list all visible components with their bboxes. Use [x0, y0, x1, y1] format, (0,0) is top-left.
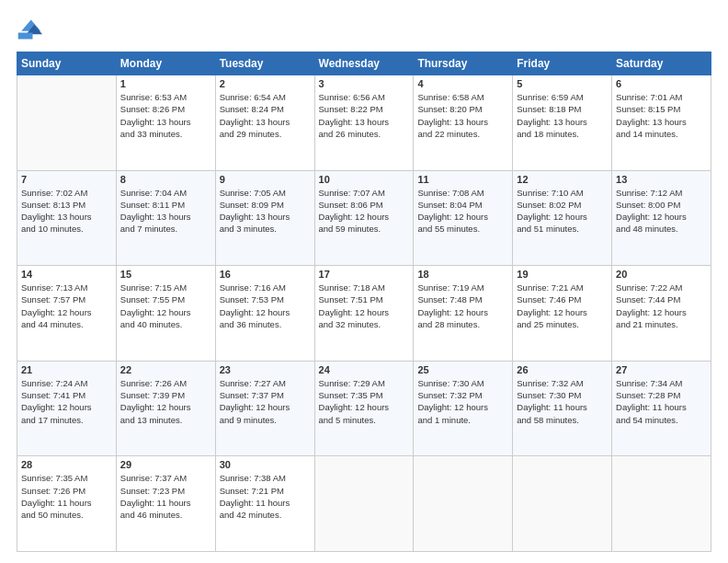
- day-cell: 23Sunrise: 7:27 AM Sunset: 7:37 PM Dayli…: [215, 361, 314, 456]
- day-cell: 26Sunrise: 7:32 AM Sunset: 7:30 PM Dayli…: [513, 361, 612, 456]
- day-cell: 1Sunrise: 6:53 AM Sunset: 8:26 PM Daylig…: [116, 75, 215, 171]
- day-number: 11: [417, 174, 508, 185]
- day-number: 6: [616, 78, 707, 89]
- day-content: Sunrise: 7:15 AM Sunset: 7:55 PM Dayligh…: [120, 282, 211, 330]
- day-cell: 25Sunrise: 7:30 AM Sunset: 7:32 PM Dayli…: [414, 361, 513, 456]
- header-row: SundayMondayTuesdayWednesdayThursdayFrid…: [17, 52, 711, 75]
- day-cell: 7Sunrise: 7:02 AM Sunset: 8:13 PM Daylig…: [17, 170, 117, 266]
- day-cell: 2Sunrise: 6:54 AM Sunset: 8:24 PM Daylig…: [215, 75, 314, 171]
- day-number: 18: [417, 269, 508, 280]
- day-number: 12: [517, 174, 608, 185]
- day-cell: 4Sunrise: 6:58 AM Sunset: 8:20 PM Daylig…: [414, 75, 513, 171]
- day-content: Sunrise: 7:27 AM Sunset: 7:37 PM Dayligh…: [220, 377, 311, 426]
- day-content: Sunrise: 7:07 AM Sunset: 8:06 PM Dayligh…: [319, 187, 410, 236]
- logo: [17, 17, 46, 42]
- day-cell: [612, 456, 711, 552]
- day-content: Sunrise: 7:12 AM Sunset: 8:00 PM Dayligh…: [616, 187, 707, 236]
- day-number: 30: [220, 459, 311, 470]
- day-number: 7: [21, 174, 112, 185]
- day-number: 9: [220, 174, 311, 185]
- day-number: 28: [21, 459, 112, 470]
- day-content: Sunrise: 6:58 AM Sunset: 8:20 PM Dayligh…: [417, 91, 508, 140]
- day-number: 24: [319, 364, 410, 375]
- day-cell: 19Sunrise: 7:21 AM Sunset: 7:46 PM Dayli…: [513, 266, 612, 362]
- day-number: 27: [616, 364, 707, 375]
- week-row-4: 28Sunrise: 7:35 AM Sunset: 7:26 PM Dayli…: [17, 456, 711, 552]
- week-row-3: 21Sunrise: 7:24 AM Sunset: 7:41 PM Dayli…: [17, 361, 711, 456]
- day-cell: 12Sunrise: 7:10 AM Sunset: 8:02 PM Dayli…: [513, 170, 612, 266]
- day-number: 16: [220, 269, 311, 280]
- day-number: 13: [616, 174, 707, 185]
- day-content: Sunrise: 6:54 AM Sunset: 8:24 PM Dayligh…: [220, 91, 311, 140]
- day-number: 17: [319, 269, 410, 280]
- day-content: Sunrise: 7:19 AM Sunset: 7:48 PM Dayligh…: [417, 282, 508, 330]
- day-number: 4: [417, 78, 508, 89]
- logo-icon: [17, 17, 42, 42]
- day-content: Sunrise: 7:29 AM Sunset: 7:35 PM Dayligh…: [319, 377, 410, 426]
- day-cell: [17, 75, 117, 171]
- day-content: Sunrise: 7:02 AM Sunset: 8:13 PM Dayligh…: [21, 187, 112, 236]
- day-number: 2: [220, 78, 311, 89]
- day-number: 15: [120, 269, 211, 280]
- day-number: 25: [417, 364, 508, 375]
- day-number: 21: [21, 364, 112, 375]
- day-cell: 11Sunrise: 7:08 AM Sunset: 8:04 PM Dayli…: [414, 170, 513, 266]
- col-header-sunday: Sunday: [17, 52, 117, 75]
- day-content: Sunrise: 6:56 AM Sunset: 8:22 PM Dayligh…: [319, 91, 410, 140]
- day-number: 22: [120, 364, 211, 375]
- day-cell: [314, 456, 414, 552]
- day-content: Sunrise: 6:59 AM Sunset: 8:18 PM Dayligh…: [517, 91, 608, 140]
- day-cell: 3Sunrise: 6:56 AM Sunset: 8:22 PM Daylig…: [314, 75, 414, 171]
- day-cell: 6Sunrise: 7:01 AM Sunset: 8:15 PM Daylig…: [612, 75, 711, 171]
- col-header-thursday: Thursday: [414, 52, 513, 75]
- day-content: Sunrise: 7:13 AM Sunset: 7:57 PM Dayligh…: [21, 282, 112, 330]
- day-content: Sunrise: 7:01 AM Sunset: 8:15 PM Dayligh…: [616, 91, 707, 140]
- day-cell: 22Sunrise: 7:26 AM Sunset: 7:39 PM Dayli…: [116, 361, 215, 456]
- calendar-table: SundayMondayTuesdayWednesdayThursdayFrid…: [17, 52, 711, 552]
- day-cell: 20Sunrise: 7:22 AM Sunset: 7:44 PM Dayli…: [612, 266, 711, 362]
- day-content: Sunrise: 7:37 AM Sunset: 7:23 PM Dayligh…: [120, 472, 211, 521]
- day-number: 10: [319, 174, 410, 185]
- day-cell: 21Sunrise: 7:24 AM Sunset: 7:41 PM Dayli…: [17, 361, 117, 456]
- day-content: Sunrise: 7:26 AM Sunset: 7:39 PM Dayligh…: [120, 377, 211, 426]
- day-content: Sunrise: 7:05 AM Sunset: 8:09 PM Dayligh…: [220, 187, 311, 236]
- week-row-0: 1Sunrise: 6:53 AM Sunset: 8:26 PM Daylig…: [17, 75, 711, 171]
- week-row-2: 14Sunrise: 7:13 AM Sunset: 7:57 PM Dayli…: [17, 266, 711, 362]
- day-cell: 5Sunrise: 6:59 AM Sunset: 8:18 PM Daylig…: [513, 75, 612, 171]
- day-number: 14: [21, 269, 112, 280]
- day-cell: 16Sunrise: 7:16 AM Sunset: 7:53 PM Dayli…: [215, 266, 314, 362]
- col-header-wednesday: Wednesday: [314, 52, 414, 75]
- day-number: 26: [517, 364, 608, 375]
- day-number: 29: [120, 459, 211, 470]
- day-cell: 10Sunrise: 7:07 AM Sunset: 8:06 PM Dayli…: [314, 170, 414, 266]
- day-cell: 13Sunrise: 7:12 AM Sunset: 8:00 PM Dayli…: [612, 170, 711, 266]
- col-header-monday: Monday: [116, 52, 215, 75]
- day-cell: [414, 456, 513, 552]
- week-row-1: 7Sunrise: 7:02 AM Sunset: 8:13 PM Daylig…: [17, 170, 711, 266]
- day-cell: 27Sunrise: 7:34 AM Sunset: 7:28 PM Dayli…: [612, 361, 711, 456]
- day-cell: 8Sunrise: 7:04 AM Sunset: 8:11 PM Daylig…: [116, 170, 215, 266]
- day-content: Sunrise: 7:18 AM Sunset: 7:51 PM Dayligh…: [319, 282, 410, 330]
- day-cell: 17Sunrise: 7:18 AM Sunset: 7:51 PM Dayli…: [314, 266, 414, 362]
- day-cell: 30Sunrise: 7:38 AM Sunset: 7:21 PM Dayli…: [215, 456, 314, 552]
- day-content: Sunrise: 7:35 AM Sunset: 7:26 PM Dayligh…: [21, 472, 112, 521]
- day-content: Sunrise: 7:08 AM Sunset: 8:04 PM Dayligh…: [417, 187, 508, 236]
- day-number: 20: [616, 269, 707, 280]
- day-number: 23: [220, 364, 311, 375]
- day-cell: 15Sunrise: 7:15 AM Sunset: 7:55 PM Dayli…: [116, 266, 215, 362]
- day-number: 3: [319, 78, 410, 89]
- day-content: Sunrise: 6:53 AM Sunset: 8:26 PM Dayligh…: [120, 91, 211, 140]
- day-content: Sunrise: 7:21 AM Sunset: 7:46 PM Dayligh…: [517, 282, 608, 330]
- day-content: Sunrise: 7:32 AM Sunset: 7:30 PM Dayligh…: [517, 377, 608, 426]
- day-number: 19: [517, 269, 608, 280]
- day-content: Sunrise: 7:10 AM Sunset: 8:02 PM Dayligh…: [517, 187, 608, 236]
- day-content: Sunrise: 7:04 AM Sunset: 8:11 PM Dayligh…: [120, 187, 211, 236]
- col-header-tuesday: Tuesday: [215, 52, 314, 75]
- day-number: 1: [120, 78, 211, 89]
- day-number: 8: [120, 174, 211, 185]
- day-cell: 18Sunrise: 7:19 AM Sunset: 7:48 PM Dayli…: [414, 266, 513, 362]
- day-cell: 14Sunrise: 7:13 AM Sunset: 7:57 PM Dayli…: [17, 266, 117, 362]
- day-content: Sunrise: 7:38 AM Sunset: 7:21 PM Dayligh…: [220, 472, 311, 521]
- col-header-friday: Friday: [513, 52, 612, 75]
- day-content: Sunrise: 7:22 AM Sunset: 7:44 PM Dayligh…: [616, 282, 707, 330]
